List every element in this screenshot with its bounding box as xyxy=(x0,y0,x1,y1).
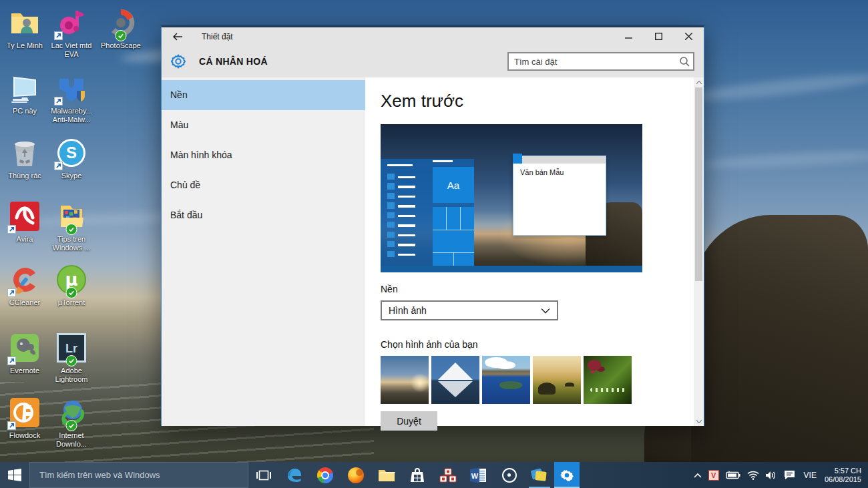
windows-store-icon[interactable] xyxy=(402,462,433,488)
browse-button[interactable]: Duyệt xyxy=(381,411,437,431)
desktop-icon-label: Adobe Lightroom xyxy=(47,367,96,384)
desktop-icon-label: Lac Viet mtd EVA xyxy=(47,41,96,59)
gear-icon xyxy=(560,468,574,483)
close-button[interactable] xyxy=(674,27,704,45)
avira-icon xyxy=(9,200,41,232)
check-badge xyxy=(66,355,77,367)
desktop-icon-label: Tips tren Windows ... xyxy=(47,235,96,252)
photos-app-icon[interactable] xyxy=(525,462,554,488)
taskbar-search-input[interactable] xyxy=(30,470,248,480)
chevron-down-icon xyxy=(541,308,550,314)
desktop-icon-evernote[interactable]: Evernote xyxy=(0,332,49,375)
scrollbar-thumb[interactable] xyxy=(695,87,702,281)
volume-icon[interactable] xyxy=(763,462,781,488)
check-badge xyxy=(66,287,77,298)
desktop-icon-tips[interactable]: Tips tren Windows ... xyxy=(47,200,96,252)
thumbnail-beach-sunset[interactable] xyxy=(381,356,429,404)
choose-picture-label: Chọn hình ảnh của bạn xyxy=(381,339,694,350)
background-dropdown[interactable]: Hình ảnh xyxy=(381,300,558,320)
firefox-icon[interactable] xyxy=(341,462,371,488)
desktop-icon-flowdock[interactable]: Flowdock xyxy=(0,397,49,440)
language-indicator[interactable]: VIE xyxy=(799,471,822,480)
shortcut-arrow-badge xyxy=(54,97,63,105)
check-badge xyxy=(66,420,77,431)
taskbar-search-box[interactable] xyxy=(29,462,248,488)
settings-taskbar-button[interactable] xyxy=(554,462,580,488)
desktop-icon-label: Avira xyxy=(0,235,49,244)
settings-sidebar: Nền Màu Màn hình khóa Chủ đề Bắt đầu xyxy=(162,77,365,426)
preview-aa-tile: Aa xyxy=(433,167,474,203)
maximize-button[interactable] xyxy=(644,27,674,45)
desktop-icon-malwarebytes[interactable]: Malwareby... Anti-Malw... xyxy=(47,72,96,124)
desktop-icon-this-pc[interactable]: PC này xyxy=(0,72,49,115)
thumbnail-golden-field[interactable] xyxy=(533,356,581,404)
desktop-icon-label: Internet Downlo... xyxy=(47,431,96,449)
desktop-icon-label: µTorrent xyxy=(47,298,96,307)
desktop-icon-label: Skype xyxy=(47,172,96,180)
window-title: Thiết đặt xyxy=(202,32,233,41)
thumbnail-macro-leaf[interactable] xyxy=(584,356,632,404)
media-player-icon[interactable] xyxy=(494,462,525,488)
settings-search-input[interactable] xyxy=(509,57,677,67)
sidebar-item-start[interactable]: Bắt đầu xyxy=(162,200,365,230)
sidebar-item-lockscreen[interactable]: Màn hình khóa xyxy=(162,140,365,170)
desktop-icon-label: Thùng rác xyxy=(0,172,49,180)
file-explorer-icon[interactable] xyxy=(371,462,402,488)
svg-text:W: W xyxy=(471,472,479,480)
flowdock-icon xyxy=(9,397,41,429)
photoscape-icon xyxy=(105,7,137,39)
tray-chevron-up-icon[interactable] xyxy=(690,462,705,488)
task-view-button[interactable] xyxy=(248,462,279,488)
desktop-icon-ty-le-minh[interactable]: Ty Le Minh xyxy=(0,7,49,50)
thumbnail-mount-fuji[interactable] xyxy=(431,356,479,404)
desktop-icon-lightroom[interactable]: Lr Adobe Lightroom xyxy=(47,332,96,384)
clock-date: 06/08/2015 xyxy=(825,475,861,484)
desktop-icon-skype[interactable]: S Skype xyxy=(47,137,96,180)
sidebar-item-background[interactable]: Nền xyxy=(162,80,365,110)
picture-thumbnails xyxy=(381,356,694,404)
preview-heading: Xem trước xyxy=(381,91,694,111)
scrollbar[interactable] xyxy=(694,77,704,426)
sidebar-item-themes[interactable]: Chủ đề xyxy=(162,170,365,200)
background-preview: Aa Văn bản Mẫu xyxy=(381,124,642,272)
preview-taskbar xyxy=(381,266,642,272)
check-badge xyxy=(66,224,77,235)
desktop-icon-lacviet[interactable]: Lac Viet mtd EVA xyxy=(47,7,96,59)
thumbnail-crater-lake[interactable] xyxy=(482,356,530,404)
background-label: Nền xyxy=(381,284,694,294)
action-center-icon[interactable] xyxy=(781,462,799,488)
back-button[interactable] xyxy=(162,27,194,45)
desktop-icon-idm[interactable]: Internet Downlo... xyxy=(47,397,96,449)
minimize-button[interactable] xyxy=(614,27,644,45)
cloud xyxy=(701,149,868,171)
desktop-icon-label: Ty Le Minh xyxy=(0,41,49,50)
start-button[interactable] xyxy=(0,462,29,488)
recycle-bin-icon xyxy=(9,137,41,169)
desktop-icon-recycle-bin[interactable]: Thùng rác xyxy=(0,137,49,180)
check-badge xyxy=(116,30,127,41)
malwarebytes-icon xyxy=(55,72,87,104)
battery-icon[interactable] xyxy=(722,462,744,488)
word-icon[interactable]: W xyxy=(463,462,494,488)
system-tray: V VIE 5:57 CH 06/08/2015 xyxy=(690,462,868,488)
desktop-icon-label: PhotoScape xyxy=(96,41,146,50)
unikey-tray-icon[interactable]: V xyxy=(705,462,722,488)
scrollbar-up-arrow[interactable] xyxy=(694,77,704,87)
sidebar-item-colors[interactable]: Màu xyxy=(162,110,365,140)
window-titlebar[interactable]: Thiết đặt xyxy=(162,27,704,45)
settings-search-box[interactable] xyxy=(507,52,694,71)
lacviet-dictionary-icon[interactable] xyxy=(433,462,463,488)
desktop-icon-ccleaner[interactable]: CCleaner xyxy=(0,264,49,307)
chrome-icon[interactable] xyxy=(310,462,341,488)
shortcut-arrow-badge xyxy=(7,225,16,234)
svg-text:S: S xyxy=(66,144,77,162)
wifi-icon[interactable] xyxy=(744,462,763,488)
desktop-icon-utorrent[interactable]: µ µTorrent xyxy=(47,264,96,307)
taskbar-clock[interactable]: 5:57 CH 06/08/2015 xyxy=(822,467,868,484)
scrollbar-down-arrow[interactable] xyxy=(694,417,704,426)
edge-icon[interactable] xyxy=(279,462,310,488)
shortcut-arrow-badge xyxy=(7,288,16,297)
desktop-icon-avira[interactable]: Avira xyxy=(0,200,49,244)
desktop-icon-photoscape[interactable]: PhotoScape xyxy=(96,7,146,50)
desktop-icon-label: Flowdock xyxy=(0,431,49,440)
